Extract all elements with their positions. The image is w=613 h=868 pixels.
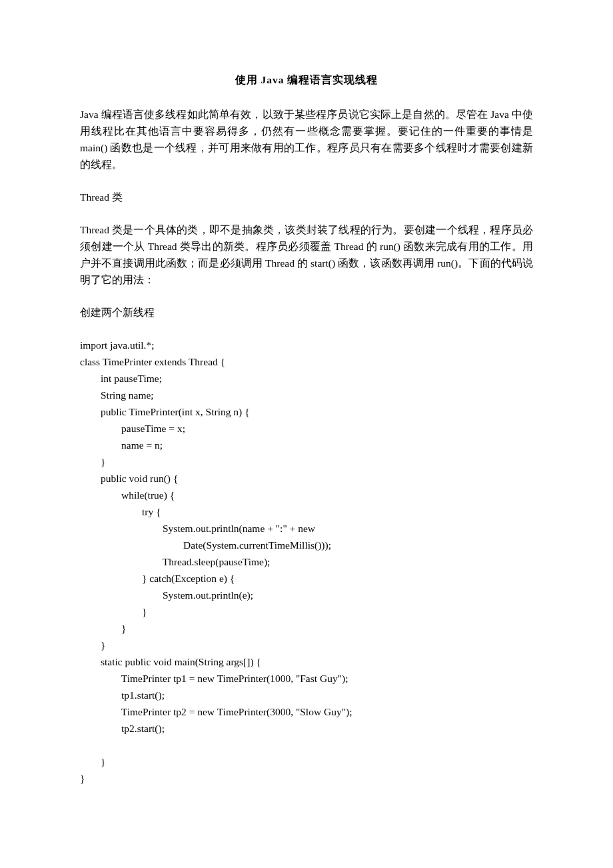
intro-paragraph: Java 编程语言使多线程如此简单有效，以致于某些程序员说它实际上是自然的。尽管…: [80, 106, 533, 173]
create-two-threads-heading: 创建两个新线程: [80, 304, 533, 321]
code-line: System.out.println(name + ":" + new: [80, 523, 315, 534]
code-line: tp1.start();: [80, 689, 165, 701]
code-line: TimePrinter tp2 = new TimePrinter(3000, …: [80, 706, 352, 717]
code-line: try {: [80, 506, 161, 517]
code-line: tp2.start();: [80, 723, 165, 734]
thread-class-heading: Thread 类: [80, 189, 533, 205]
code-line: TimePrinter tp1 = new TimePrinter(1000, …: [80, 673, 348, 684]
code-line: name = n;: [80, 439, 163, 451]
code-line: }: [80, 623, 126, 634]
code-line: public TimePrinter(int x, String n) {: [80, 406, 250, 417]
code-line: }: [80, 456, 105, 467]
code-line: pauseTime = x;: [80, 423, 185, 434]
code-line: } catch(Exception e) {: [80, 573, 235, 584]
code-line: }: [80, 606, 147, 617]
code-line: int pauseTime;: [80, 373, 162, 384]
code-line: while(true) {: [80, 489, 175, 501]
code-line: public void run() {: [80, 473, 178, 484]
code-line: System.out.println(e);: [80, 589, 253, 601]
code-line: Thread.sleep(pauseTime);: [80, 556, 270, 567]
code-line: static public void main(String args[]) {: [80, 656, 261, 667]
document-title: 使用 Java 编程语言实现线程: [80, 73, 533, 87]
code-line: }: [80, 639, 105, 651]
code-line: }: [80, 773, 85, 784]
code-line: }: [80, 756, 105, 767]
code-line: String name;: [80, 389, 154, 401]
code-line: Date(System.currentTimeMillis()));: [80, 539, 331, 551]
code-line: class TimePrinter extends Thread {: [80, 356, 225, 367]
thread-word: Thread: [80, 191, 109, 203]
thread-class-paragraph: Thread 类是一个具体的类，即不是抽象类，该类封装了线程的行为。要创建一个线…: [80, 221, 533, 288]
class-word: 类: [112, 191, 123, 203]
code-example: import java.util.*; class TimePrinter ex…: [80, 337, 533, 787]
code-line: import java.util.*;: [80, 339, 155, 351]
